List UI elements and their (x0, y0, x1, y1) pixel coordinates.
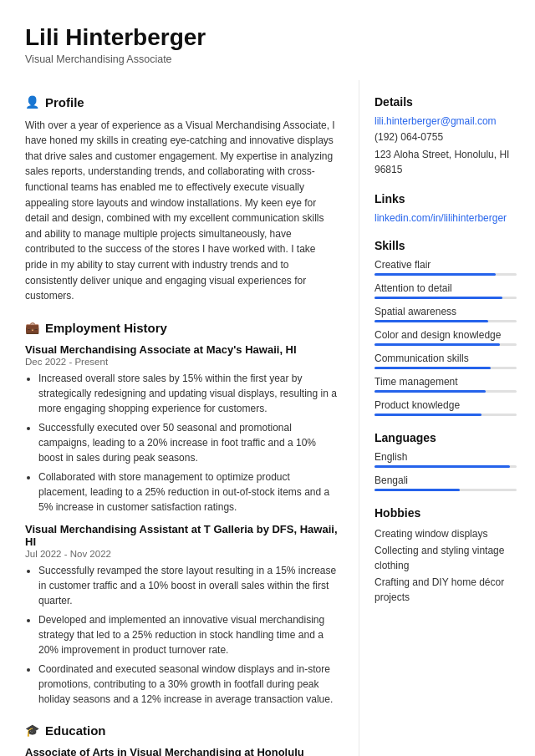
details-section-title: Details (374, 95, 517, 109)
job-2-date: Jul 2022 - Nov 2022 (25, 549, 340, 559)
employment-icon: 💼 (25, 321, 39, 334)
skills-list: Creative flair Attention to detail Spati… (374, 259, 517, 416)
job-1-date: Dec 2022 - Present (25, 357, 340, 367)
language-bar-fill (374, 489, 460, 491)
skill-bar-fill (374, 343, 500, 346)
links-section: Links linkedin.com/in/lilihinterberger (374, 192, 517, 224)
skill-bar-fill (374, 367, 491, 369)
language-bar-fill (374, 465, 510, 468)
language-label: English (374, 451, 517, 463)
skill-item: Color and design knowledge (374, 329, 517, 346)
hobby-item: Crafting and DIY home décor projects (374, 575, 517, 605)
linkedin-link[interactable]: linkedin.com/in/lilihinterberger (374, 212, 517, 224)
education-item-1: Associate of Arts in Visual Merchandisin… (25, 746, 340, 756)
header: Lili Hinterberger Visual Merchandising A… (0, 0, 535, 80)
skill-label: Color and design knowledge (374, 329, 517, 341)
skill-label: Creative flair (374, 259, 517, 271)
details-section: Details lili.hinterberger@gmail.com (192… (374, 95, 517, 177)
languages-section: Languages English Bengali (374, 431, 517, 491)
address-text: 123 Aloha Street, Honolulu, HI 96815 (374, 147, 517, 177)
education-section: 🎓 Education Associate of Arts in Visual … (25, 723, 340, 756)
candidate-title: Visual Merchandising Associate (25, 53, 510, 65)
skill-label: Spatial awareness (374, 306, 517, 317)
skill-item: Creative flair (374, 259, 517, 276)
skill-bar-fill (374, 414, 482, 416)
left-column: 👤 Profile With over a year of experience… (0, 80, 359, 756)
skill-item: Time management (374, 376, 517, 393)
list-item: Collaborated with store management to op… (38, 469, 340, 515)
language-bar-background (374, 489, 517, 491)
skill-label: Communication skills (374, 353, 517, 364)
right-column: Details lili.hinterberger@gmail.com (192… (359, 80, 535, 756)
skill-bar-fill (374, 273, 496, 276)
hobby-item: Creating window displays (374, 526, 517, 541)
job-2-bullets: Successfully revamped the store layout r… (38, 563, 340, 707)
profile-icon: 👤 (25, 95, 39, 109)
skill-bar-background (374, 320, 517, 322)
profile-text: With over a year of experience as a Visu… (25, 118, 340, 304)
list-item: Developed and implemented an innovative … (38, 612, 340, 657)
skill-bar-background (374, 367, 517, 369)
skills-section: Skills Creative flair Attention to detai… (374, 239, 517, 416)
language-item: Bengali (374, 474, 517, 491)
employment-section-title: 💼 Employment History (25, 321, 340, 335)
main-content: 👤 Profile With over a year of experience… (0, 80, 535, 756)
skill-bar-background (374, 343, 517, 346)
profile-section-title: 👤 Profile (25, 95, 340, 109)
skill-label: Time management (374, 376, 517, 388)
hobbies-section-title: Hobbies (374, 506, 517, 520)
languages-section-title: Languages (374, 431, 517, 444)
skills-section-title: Skills (374, 239, 517, 252)
candidate-name: Lili Hinterberger (25, 23, 510, 52)
links-section-title: Links (374, 192, 517, 205)
job-1: Visual Merchandising Associate at Macy's… (25, 343, 340, 515)
skill-bar-background (374, 273, 517, 276)
skill-bar-fill (374, 320, 488, 322)
list-item: Coordinated and executed seasonal window… (38, 662, 340, 707)
hobbies-list: Creating window displaysCollecting and s… (374, 526, 517, 605)
skill-item: Spatial awareness (374, 306, 517, 322)
resume-page: Lili Hinterberger Visual Merchandising A… (0, 0, 535, 756)
skill-label: Product knowledge (374, 399, 517, 411)
job-1-title: Visual Merchandising Associate at Macy's… (25, 343, 340, 356)
language-item: English (374, 451, 517, 468)
skill-bar-background (374, 297, 517, 299)
phone-text: (192) 064-0755 (374, 129, 517, 145)
list-item: Successfully revamped the store layout r… (38, 563, 340, 608)
skill-item: Communication skills (374, 353, 517, 369)
education-icon: 🎓 (25, 723, 39, 737)
education-section-title: 🎓 Education (25, 723, 340, 738)
job-2: Visual Merchandising Assistant at T Gall… (25, 523, 340, 707)
email-link[interactable]: lili.hinterberger@gmail.com (374, 115, 517, 127)
job-2-title: Visual Merchandising Assistant at T Gall… (25, 523, 340, 548)
skill-label: Attention to detail (374, 282, 517, 294)
edu-degree: Associate of Arts in Visual Merchandisin… (25, 746, 340, 756)
list-item: Successfully executed over 50 seasonal a… (38, 420, 340, 465)
skill-bar-background (374, 390, 517, 393)
skill-bar-fill (374, 297, 502, 299)
hobby-item: Collecting and styling vintage clothing (374, 543, 517, 573)
language-label: Bengali (374, 474, 517, 486)
languages-list: English Bengali (374, 451, 517, 491)
job-1-bullets: Increased overall store sales by 15% wit… (38, 371, 340, 515)
skill-item: Attention to detail (374, 282, 517, 299)
skill-bar-fill (374, 390, 486, 393)
skill-bar-background (374, 414, 517, 416)
skill-item: Product knowledge (374, 399, 517, 416)
profile-section: 👤 Profile With over a year of experience… (25, 95, 340, 304)
hobbies-section: Hobbies Creating window displaysCollecti… (374, 506, 517, 605)
employment-section: 💼 Employment History Visual Merchandisin… (25, 321, 340, 707)
list-item: Increased overall store sales by 15% wit… (38, 371, 340, 416)
language-bar-background (374, 465, 517, 468)
